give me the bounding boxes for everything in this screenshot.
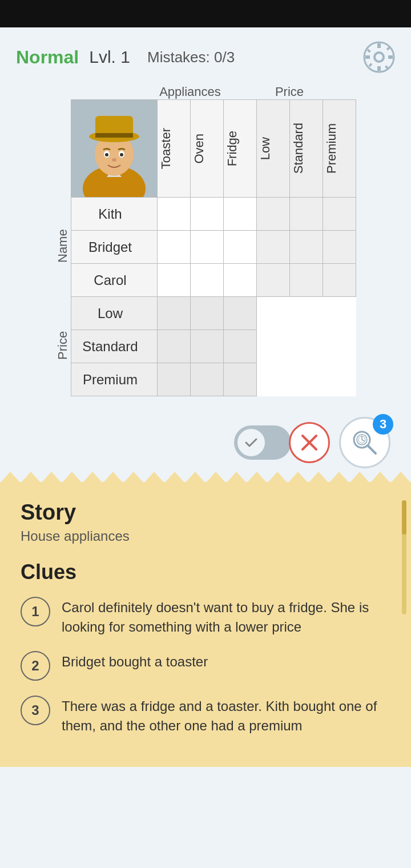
low-label: Low — [258, 137, 273, 160]
hint-icon — [350, 428, 379, 457]
clue-text-1: Carol definitely doesn't want to buy a f… — [62, 596, 390, 636]
kith-premium-cell[interactable] — [323, 198, 356, 231]
low-fridge-cell[interactable] — [224, 297, 257, 330]
spacer-2 — [290, 297, 323, 330]
col-header-low: Low — [257, 100, 290, 198]
check-toggle[interactable] — [234, 425, 291, 460]
col-header-oven: Oven — [191, 100, 224, 198]
grid-area: Appliances Price Name Price — [0, 80, 411, 408]
kith-standard-cell[interactable] — [290, 198, 323, 231]
kith-oven-cell[interactable] — [191, 198, 224, 231]
level-label: Lvl. 1 — [89, 47, 130, 67]
spacer-4 — [257, 330, 290, 363]
low-toaster-cell[interactable] — [158, 297, 191, 330]
check-knob — [237, 429, 265, 456]
price-row-label: Price — [55, 296, 70, 395]
table-row: Premium — [71, 363, 356, 396]
table-row: Low — [71, 297, 356, 330]
bridget-premium-cell[interactable] — [323, 231, 356, 264]
kith-label: Kith — [71, 198, 158, 231]
table-with-row-labels: Name Price — [55, 99, 356, 396]
checkmark-icon — [243, 435, 259, 451]
scrollbar[interactable] — [402, 500, 406, 614]
price-label: Price — [240, 85, 339, 99]
col-header-toaster: Toaster — [158, 100, 191, 198]
x-button[interactable] — [289, 422, 330, 463]
carol-standard-cell[interactable] — [290, 264, 323, 297]
bridget-label: Bridget — [71, 231, 158, 264]
character-image — [71, 100, 157, 197]
spacer-7 — [257, 363, 290, 396]
premium-toaster-cell[interactable] — [158, 363, 191, 396]
status-bar — [0, 0, 411, 27]
bridget-oven-cell[interactable] — [191, 231, 224, 264]
clue-number-2: 2 — [21, 651, 50, 681]
appliances-label: Appliances — [140, 85, 240, 99]
logic-grid: Toaster Oven Fridge Low Sta — [71, 99, 356, 396]
clues-title: Clues — [21, 560, 390, 584]
spacer-8 — [290, 363, 323, 396]
hint-badge: 3 — [373, 414, 393, 435]
kith-fridge-cell[interactable] — [224, 198, 257, 231]
spacer-9 — [323, 363, 356, 396]
bridget-low-cell[interactable] — [257, 231, 290, 264]
spacer-6 — [323, 330, 356, 363]
clue-item-3: 3 There was a fridge and a toaster. Kith… — [21, 694, 390, 735]
spacer-5 — [290, 330, 323, 363]
carol-toaster-cell[interactable] — [158, 264, 191, 297]
col-header-fridge: Fridge — [224, 100, 257, 198]
col-header-standard: Standard — [290, 100, 323, 198]
name-row-label: Name — [55, 196, 70, 296]
clue-text-3: There was a fridge and a toaster. Kith b… — [62, 694, 390, 735]
low-row-label: Low — [71, 297, 158, 330]
carol-label: Carol — [71, 264, 158, 297]
table-row: Bridget — [71, 231, 356, 264]
bridget-fridge-cell[interactable] — [224, 231, 257, 264]
hint-button[interactable]: 3 — [339, 417, 390, 468]
clue-item-2: 2 Bridget bought a toaster — [21, 650, 390, 681]
settings-icon[interactable] — [363, 41, 395, 73]
low-oven-cell[interactable] — [191, 297, 224, 330]
story-subtitle: House appliances — [21, 528, 390, 544]
difficulty-label: Normal — [16, 47, 79, 68]
standard-toaster-cell[interactable] — [158, 330, 191, 363]
character-cell — [71, 100, 158, 198]
clue-number-1: 1 — [21, 597, 50, 626]
clue-text-2: Bridget bought a toaster — [62, 650, 208, 672]
premium-oven-cell[interactable] — [191, 363, 224, 396]
premium-fridge-cell[interactable] — [224, 363, 257, 396]
standard-row-label: Standard — [71, 330, 158, 363]
x-icon — [298, 431, 321, 454]
premium-row-label: Premium — [71, 363, 158, 396]
carol-low-cell[interactable] — [257, 264, 290, 297]
svg-point-13 — [112, 158, 116, 162]
spacer-3 — [323, 297, 356, 330]
top-category-row: Appliances Price — [140, 85, 356, 99]
carol-premium-cell[interactable] — [323, 264, 356, 297]
carol-fridge-cell[interactable] — [224, 264, 257, 297]
standard-oven-cell[interactable] — [191, 330, 224, 363]
svg-line-18 — [368, 445, 376, 453]
bridget-toaster-cell[interactable] — [158, 231, 191, 264]
col-header-premium: Premium — [323, 100, 356, 198]
header: Normal Lvl. 1 Mistakes: 0/3 — [0, 27, 411, 80]
clue-item-1: 1 Carol definitely doesn't want to buy a… — [21, 596, 390, 636]
premium-label: Premium — [324, 123, 339, 174]
story-title: Story — [21, 500, 390, 525]
standard-fridge-cell[interactable] — [224, 330, 257, 363]
toaster-label: Toaster — [159, 128, 174, 169]
spacer-1 — [257, 297, 290, 330]
scrollbar-thumb[interactable] — [402, 500, 406, 535]
kith-toaster-cell[interactable] — [158, 198, 191, 231]
standard-label: Standard — [291, 123, 306, 174]
story-area: Story House appliances Clues 1 Carol def… — [0, 482, 411, 767]
svg-point-11 — [105, 153, 108, 156]
grid-container: Appliances Price Name Price — [55, 85, 356, 396]
svg-point-12 — [120, 153, 123, 156]
svg-rect-8 — [95, 133, 133, 138]
kith-low-cell[interactable] — [257, 198, 290, 231]
oven-label: Oven — [192, 134, 207, 164]
carol-oven-cell[interactable] — [191, 264, 224, 297]
bridget-standard-cell[interactable] — [290, 231, 323, 264]
mistakes-label: Mistakes: 0/3 — [147, 49, 235, 66]
